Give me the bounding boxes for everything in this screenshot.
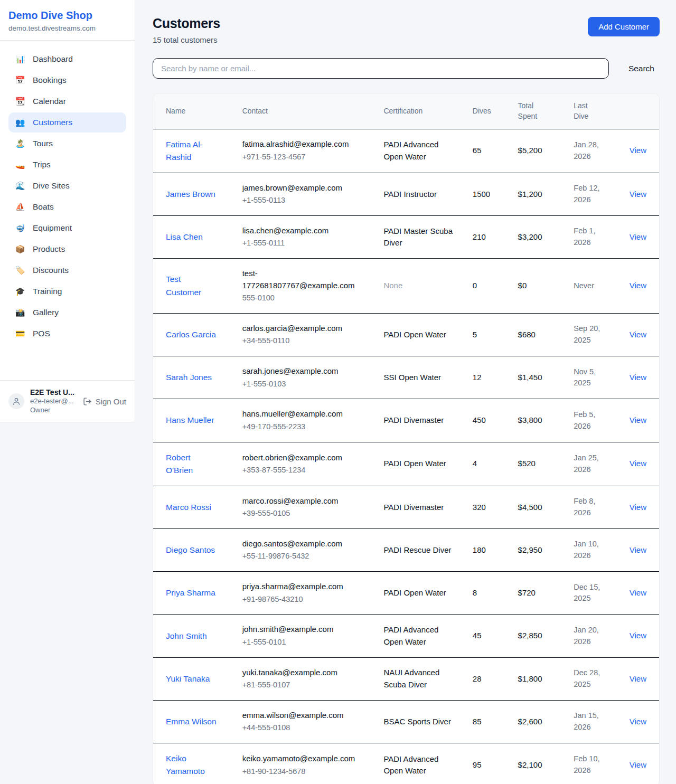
customer-name-cell: Priya Sharma [153, 572, 236, 615]
customer-last-dive: Jan 15, 2026 [574, 710, 608, 733]
customer-name-cell: Marco Rossi [153, 486, 236, 528]
customer-phone: +1-555-0113 [242, 195, 371, 206]
sidebar-item-bookings[interactable]: 📅Bookings [8, 70, 126, 90]
customer-last-dive-cell: Jan 15, 2026 [567, 700, 618, 743]
sidebar-item-discounts[interactable]: 🏷️Discounts [8, 260, 126, 280]
customer-certification: PADI Divemaster [383, 414, 444, 427]
customer-last-dive: Feb 1, 2026 [574, 225, 608, 249]
view-customer-link[interactable]: View [630, 232, 646, 241]
table-row: Hans Muellerhans.mueller@example.com+49-… [153, 399, 659, 442]
customer-last-dive: Jan 10, 2026 [574, 539, 608, 562]
shop-domain: demo.test.divestreams.com [8, 24, 126, 32]
customer-name-link[interactable]: Carlos Garcia [166, 328, 216, 341]
customer-name-link[interactable]: John Smith [166, 630, 207, 643]
customer-actions-cell: View [618, 173, 659, 215]
column-header-dives: Dives [466, 93, 512, 129]
customer-name-link[interactable]: Test Customer [166, 273, 218, 298]
view-customer-link[interactable]: View [630, 545, 646, 554]
table-row: Fatima Al-Rashidfatima.alrashid@example.… [153, 129, 659, 173]
customer-name-link[interactable]: Robert O'Brien [166, 451, 218, 477]
customer-name-link[interactable]: James Brown [166, 188, 215, 201]
search-button[interactable]: Search [623, 64, 660, 73]
customer-name-link[interactable]: Keiko Yamamoto [166, 752, 218, 778]
view-customer-link[interactable]: View [630, 503, 646, 512]
view-customer-link[interactable]: View [630, 717, 646, 726]
shop-title: Demo Dive Shop [8, 10, 126, 22]
tours-icon: 🏝️ [15, 139, 25, 148]
sidebar-item-equipment[interactable]: 🤿Equipment [8, 218, 126, 238]
sidebar-item-label: Dashboard [33, 54, 73, 64]
customer-name-link[interactable]: Sarah Jones [166, 371, 212, 384]
customer-name-cell: Test Customer [153, 259, 236, 314]
sidebar-header: Demo Dive Shop demo.test.divestreams.com [0, 0, 135, 41]
customer-name-link[interactable]: Diego Santos [166, 544, 215, 556]
view-customer-link[interactable]: View [630, 588, 646, 597]
customer-name-link[interactable]: Priya Sharma [166, 587, 215, 599]
customer-name-cell: Emma Wilson [153, 700, 236, 743]
customer-name-cell: Carlos Garcia [153, 313, 236, 356]
customer-phone: +49-170-555-2233 [242, 421, 371, 433]
customer-dives-cell: 8 [466, 572, 512, 615]
customer-dives-cell: 4 [466, 442, 512, 486]
customer-name-link[interactable]: Hans Mueller [166, 414, 214, 427]
view-customer-link[interactable]: View [630, 415, 646, 424]
view-customer-link[interactable]: View [630, 330, 646, 339]
customer-name-link[interactable]: Yuki Tanaka [166, 673, 210, 685]
customer-email: john.smith@example.com [242, 624, 365, 636]
table-row: Emma Wilsonemma.wilson@example.com+44-55… [153, 700, 659, 743]
customer-last-dive-cell: Jan 10, 2026 [567, 528, 618, 571]
view-customer-link[interactable]: View [630, 459, 646, 468]
customer-dives-cell: 0 [466, 259, 512, 314]
customer-contact-cell: priya.sharma@example.com+91-98765-43210 [236, 572, 378, 615]
sign-out-button[interactable]: Sign Out [83, 397, 126, 406]
customer-email: keiko.yamamoto@example.com [242, 753, 365, 765]
table-row: Diego Santosdiego.santos@example.com+55-… [153, 528, 659, 571]
view-customer-link[interactable]: View [630, 760, 646, 769]
sidebar-item-training[interactable]: 🎓Training [8, 281, 126, 301]
add-customer-button[interactable]: Add Customer [588, 17, 660, 36]
table-row: Lisa Chenlisa.chen@example.com+1-555-011… [153, 215, 659, 258]
sidebar-item-products[interactable]: 📦Products [8, 239, 126, 259]
view-customer-link[interactable]: View [630, 146, 646, 155]
sidebar-item-gallery[interactable]: 📸Gallery [8, 303, 126, 323]
customer-name-link[interactable]: Emma Wilson [166, 715, 217, 728]
user-email: e2e-tester@... [30, 397, 74, 406]
sidebar-item-trips[interactable]: 🚤Trips [8, 155, 126, 175]
user-avatar [8, 393, 24, 409]
view-customer-link[interactable]: View [630, 674, 646, 683]
customer-name-link[interactable]: Marco Rossi [166, 501, 211, 514]
customer-name-link[interactable]: Fatima Al-Rashid [166, 138, 218, 164]
search-input[interactable] [153, 58, 609, 79]
customer-actions-cell: View [618, 528, 659, 571]
customer-phone: +81-90-1234-5678 [242, 766, 371, 778]
view-customer-link[interactable]: View [630, 631, 646, 640]
sidebar-item-dashboard[interactable]: 📊Dashboard [8, 49, 126, 69]
customer-last-dive: Nov 5, 2025 [574, 366, 608, 390]
customer-email: hans.mueller@example.com [242, 408, 365, 420]
table-row: Sarah Jonessarah.jones@example.com+1-555… [153, 356, 659, 399]
sidebar-item-label: Trips [33, 160, 51, 169]
customer-contact-cell: fatima.alrashid@example.com+971-55-123-4… [236, 129, 378, 173]
table-row: Keiko Yamamotokeiko.yamamoto@example.com… [153, 743, 659, 784]
sidebar-item-customers[interactable]: 👥Customers [8, 112, 126, 133]
sidebar-item-label: Calendar [33, 97, 66, 106]
customer-name-link[interactable]: Lisa Chen [166, 231, 203, 243]
sidebar-item-boats[interactable]: ⛵Boats [8, 197, 126, 217]
view-customer-link[interactable]: View [630, 281, 646, 290]
customer-certification-cell: PADI Divemaster [377, 399, 466, 442]
sidebar-item-pos[interactable]: 💳POS [8, 324, 126, 344]
view-customer-link[interactable]: View [630, 190, 646, 199]
view-customer-link[interactable]: View [630, 373, 646, 382]
sidebar-item-tours[interactable]: 🏝️Tours [8, 134, 126, 154]
customer-total-spent-cell: $1,450 [512, 356, 568, 399]
sidebar-item-calendar[interactable]: 📆Calendar [8, 91, 126, 111]
sidebar-item-dive-sites[interactable]: 🌊Dive Sites [8, 176, 126, 196]
sidebar-item-label: Customers [33, 118, 72, 127]
customer-email: marco.rossi@example.com [242, 495, 365, 507]
customer-actions-cell: View [618, 356, 659, 399]
column-header-name: Name [153, 93, 236, 129]
customer-contact-cell: robert.obrien@example.com+353-87-555-123… [236, 442, 378, 486]
customer-certification: PADI Master Scuba Diver [383, 225, 453, 249]
customer-contact-cell: marco.rossi@example.com+39-555-0105 [236, 486, 378, 528]
customer-actions-cell: View [618, 657, 659, 700]
